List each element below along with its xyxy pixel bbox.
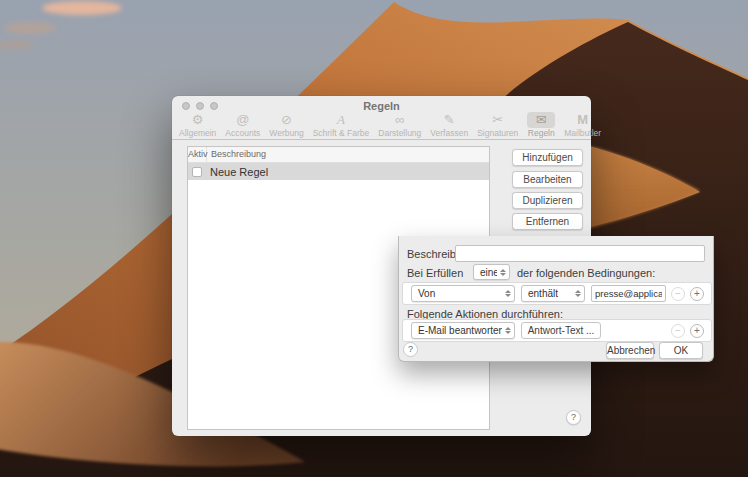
chevron-up-down-icon — [572, 290, 584, 297]
match-count-popup[interactable]: einer — [473, 264, 510, 280]
preferences-toolbar: ⚙ Allgemein @ Accounts ⊘ Werbung A Schri… — [172, 112, 591, 140]
general-icon: ⚙ — [184, 112, 212, 128]
add-rule-button[interactable]: Hinzufügen — [512, 149, 583, 166]
tab-mailbutler[interactable]: M Mailbutler — [564, 112, 601, 138]
rule-row-selected[interactable]: Neue Regel — [188, 163, 489, 180]
font-icon: A — [327, 112, 355, 128]
glasses-icon: ∞ — [386, 112, 414, 128]
rules-icon: ✉ — [527, 112, 555, 128]
window-title: Regeln — [172, 100, 591, 112]
column-header-aktiv[interactable]: Aktiv — [188, 147, 207, 162]
ok-button[interactable]: OK — [659, 342, 703, 359]
mail-preferences-window: Regeln ⚙ Allgemein @ Accounts ⊘ Werbung … — [172, 96, 591, 436]
help-button[interactable]: ? — [566, 410, 581, 425]
rules-list-header: Aktiv Beschreibung — [188, 147, 489, 163]
remove-condition-button[interactable]: − — [671, 287, 685, 301]
condition-field-popup[interactable]: Von — [411, 285, 515, 302]
tab-darstellung[interactable]: ∞ Darstellung — [378, 112, 421, 138]
compose-icon: ✎ — [435, 112, 463, 128]
sheet-help-button[interactable]: ? — [403, 342, 418, 357]
rule-edit-sheet: Beschreibung: Bei Erfüllen einer der fol… — [398, 236, 714, 362]
duplicate-rule-button[interactable]: Duplizieren — [512, 192, 583, 209]
condition-value-input[interactable] — [591, 285, 666, 302]
add-action-button[interactable]: + — [690, 324, 704, 338]
junk-icon: ⊘ — [272, 112, 300, 128]
column-header-beschreibung[interactable]: Beschreibung — [207, 147, 489, 162]
condition-operator-popup[interactable]: enthält — [521, 285, 585, 302]
tab-schrift-farbe[interactable]: A Schrift & Farbe — [313, 112, 370, 138]
at-icon: @ — [229, 112, 257, 128]
tab-allgemein[interactable]: ⚙ Allgemein — [179, 112, 216, 138]
tab-verfassen[interactable]: ✎ Verfassen — [430, 112, 468, 138]
mailbutler-icon: M — [569, 112, 597, 128]
conditions-box: Von enthält − + — [402, 282, 712, 305]
actions-box: E-Mail beantworten Antwort-Text ... − + — [402, 319, 712, 342]
chevron-up-down-icon — [497, 269, 509, 276]
action-type-popup[interactable]: E-Mail beantworten — [411, 322, 515, 339]
tab-signaturen[interactable]: ✂ Signaturen — [477, 112, 518, 138]
edit-rule-button[interactable]: Bearbeiten — [512, 171, 583, 188]
signature-icon: ✂ — [484, 112, 512, 128]
description-input[interactable] — [455, 245, 705, 262]
tab-werbung[interactable]: ⊘ Werbung — [269, 112, 303, 138]
reply-text-button[interactable]: Antwort-Text ... — [521, 322, 601, 339]
chevron-up-down-icon — [502, 290, 514, 297]
titlebar: Regeln — [172, 96, 591, 112]
tab-regeln[interactable]: ✉ Regeln — [527, 112, 555, 138]
cancel-button[interactable]: Abbrechen — [606, 342, 654, 359]
rule-active-checkbox[interactable] — [192, 167, 202, 177]
rule-name: Neue Regel — [210, 166, 268, 178]
add-condition-button[interactable]: + — [690, 287, 704, 301]
remove-rule-button[interactable]: Entfernen — [512, 213, 583, 230]
tab-accounts[interactable]: @ Accounts — [225, 112, 260, 138]
chevron-up-down-icon — [502, 327, 514, 334]
match-prefix-label: Bei Erfüllen — [407, 267, 463, 279]
match-suffix-label: der folgenden Bedingungen: — [517, 267, 655, 279]
remove-action-button[interactable]: − — [671, 324, 685, 338]
